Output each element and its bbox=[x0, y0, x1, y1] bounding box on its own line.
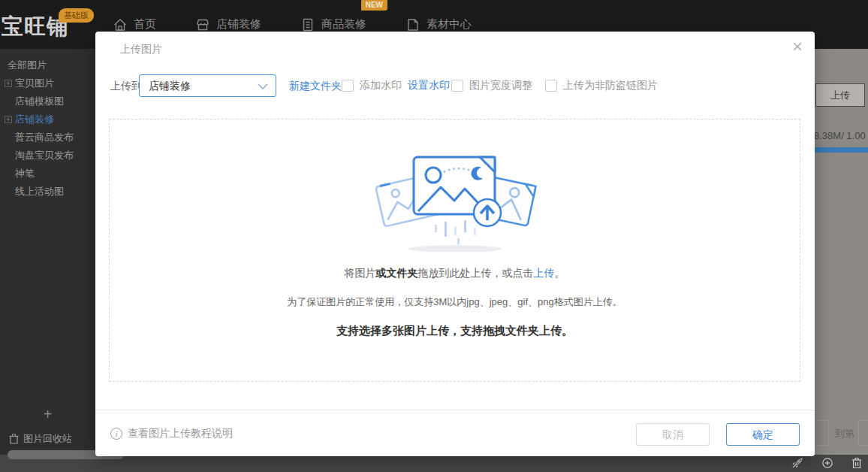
document-icon bbox=[300, 17, 315, 32]
sidebar-item-online-activity[interactable]: 线上活动图 bbox=[0, 183, 95, 201]
file-icon bbox=[405, 17, 420, 32]
trash-icon[interactable] bbox=[851, 457, 862, 469]
non-hotlink-checkbox[interactable] bbox=[545, 80, 557, 92]
sidebar-item-label: 神笔 bbox=[15, 168, 35, 179]
sidebar-item-all-images[interactable]: 全部图片 bbox=[0, 56, 95, 74]
set-watermark-link[interactable]: 设置水印 bbox=[408, 79, 450, 92]
upload-image-dialog: 上传图片 × 上传到 店铺装修 新建文件夹 添加水印 设置水印 图片宽度调整 上… bbox=[95, 32, 815, 456]
nav-item-label: 素材中心 bbox=[426, 17, 472, 32]
upload-to-label: 上传到 bbox=[110, 74, 142, 98]
dialog-footer: i 查看图片上传教程说明 取消 确定 bbox=[95, 410, 815, 456]
bottom-status-bar bbox=[0, 455, 868, 472]
upload-options-row: 上传到 店铺装修 新建文件夹 添加水印 设置水印 图片宽度调整 上传为非防盗链图… bbox=[95, 74, 815, 98]
sidebar-item-shop-decorate[interactable]: + 店铺装修 bbox=[0, 110, 95, 129]
new-folder-link[interactable]: 新建文件夹 bbox=[289, 74, 342, 98]
plan-badge: 基础版 bbox=[59, 8, 94, 23]
nav-item-product-decorate[interactable]: 商品装修 NEW bbox=[300, 17, 366, 32]
sidebar-item-puyun-publish[interactable]: 普云商品发布 bbox=[0, 129, 95, 147]
clock-plus-icon[interactable] bbox=[821, 457, 833, 469]
page-number-input[interactable] bbox=[858, 420, 868, 446]
close-icon[interactable]: × bbox=[792, 38, 803, 56]
sidebar-item-label: 宝贝图片 bbox=[15, 77, 54, 89]
recycle-bin-link[interactable]: 图片回收站 bbox=[9, 432, 72, 446]
nav-item-label: 店铺装修 bbox=[216, 17, 261, 32]
add-watermark-checkbox[interactable] bbox=[342, 80, 354, 92]
cancel-button[interactable]: 取消 bbox=[636, 423, 710, 446]
expand-icon[interactable]: + bbox=[5, 116, 12, 123]
nav-item-home[interactable]: 首页 bbox=[113, 17, 156, 32]
non-hotlink-label: 上传为非防盗链图片 bbox=[563, 79, 658, 92]
pagination-button[interactable] bbox=[814, 420, 829, 446]
nav-item-label: 首页 bbox=[134, 17, 156, 32]
storefront-icon bbox=[195, 17, 210, 32]
watermark-option: 添加水印 设置水印 bbox=[342, 74, 450, 98]
rocket-icon[interactable] bbox=[791, 457, 803, 469]
confirm-button[interactable]: 确定 bbox=[726, 423, 800, 446]
home-icon bbox=[113, 17, 128, 32]
new-badge: NEW bbox=[361, 0, 387, 11]
dialog-title: 上传图片 bbox=[120, 43, 162, 56]
pagination-label: 到第 bbox=[835, 427, 854, 440]
trash-icon bbox=[9, 434, 19, 444]
sidebar-item-label: 店铺模板图 bbox=[15, 95, 64, 107]
width-adjust-checkbox[interactable] bbox=[451, 80, 463, 92]
nav-item-material-center[interactable]: 素材中心 bbox=[405, 17, 472, 32]
nav-item-shop-decorate[interactable]: 店铺装修 bbox=[195, 17, 261, 32]
chevron-down-icon bbox=[258, 83, 268, 89]
width-adjust-label: 图片宽度调整 bbox=[469, 79, 532, 92]
upload-illustration-icon bbox=[369, 145, 541, 252]
sidebar-item-baby-images[interactable]: + 宝贝图片 bbox=[0, 74, 95, 92]
storage-progress-bar bbox=[812, 147, 868, 153]
add-folder-button[interactable]: + bbox=[0, 406, 95, 423]
folder-select-value: 店铺装修 bbox=[149, 75, 191, 96]
upload-link[interactable]: 上传 bbox=[534, 267, 555, 279]
dropzone-multi-note: 支持选择多张图片上传，支持拖拽文件夹上传。 bbox=[110, 324, 800, 338]
nav-item-label: 商品装修 bbox=[321, 17, 366, 32]
add-watermark-label: 添加水印 bbox=[360, 79, 402, 92]
storage-quota-text: 8.38M/ 1.00 bbox=[814, 130, 866, 141]
page-upload-button[interactable]: 上传 bbox=[815, 83, 865, 107]
width-adjust-option: 图片宽度调整 bbox=[451, 74, 532, 98]
dropzone-format-note: 为了保证图片的正常使用，仅支持3M以内jpg、jpeg、gif、png格式图片上… bbox=[110, 295, 800, 309]
recycle-bin-label: 图片回收站 bbox=[23, 432, 72, 446]
app-window: 宝旺铺 基础版 首页 店铺装修 商品装修 NEW 素材中心 全部图片 bbox=[0, 0, 868, 472]
sidebar-item-label: 全部图片 bbox=[8, 59, 47, 71]
upload-dropzone[interactable]: 将图片或文件夹拖放到此处上传，或点击上传。 为了保证图片的正常使用，仅支持3M以… bbox=[109, 119, 800, 382]
sidebar-item-taopan-publish[interactable]: 淘盘宝贝发布 bbox=[0, 147, 95, 165]
sidebar-item-shop-template[interactable]: 店铺模板图 bbox=[0, 92, 95, 110]
expand-icon[interactable]: + bbox=[5, 80, 12, 87]
dropzone-instruction: 将图片或文件夹拖放到此处上传，或点击上传。 bbox=[110, 267, 800, 280]
sidebar-item-label: 线上活动图 bbox=[15, 186, 64, 197]
sidebar-item-label: 店铺装修 bbox=[15, 113, 54, 125]
tutorial-help-link[interactable]: i 查看图片上传教程说明 bbox=[110, 427, 233, 440]
info-icon: i bbox=[110, 428, 122, 440]
folder-select-dropdown[interactable]: 店铺装修 bbox=[139, 74, 276, 97]
folder-sidebar: 全部图片 + 宝贝图片 店铺模板图 + 店铺装修 普云商品发布 淘盘宝贝发布 神… bbox=[0, 49, 95, 455]
non-hotlink-option: 上传为非防盗链图片 bbox=[545, 74, 658, 98]
sidebar-item-magic-pen[interactable]: 神笔 bbox=[0, 165, 95, 183]
sidebar-item-label: 淘盘宝贝发布 bbox=[15, 150, 74, 161]
tutorial-help-label: 查看图片上传教程说明 bbox=[128, 427, 233, 440]
sidebar-item-label: 普云商品发布 bbox=[15, 132, 74, 143]
